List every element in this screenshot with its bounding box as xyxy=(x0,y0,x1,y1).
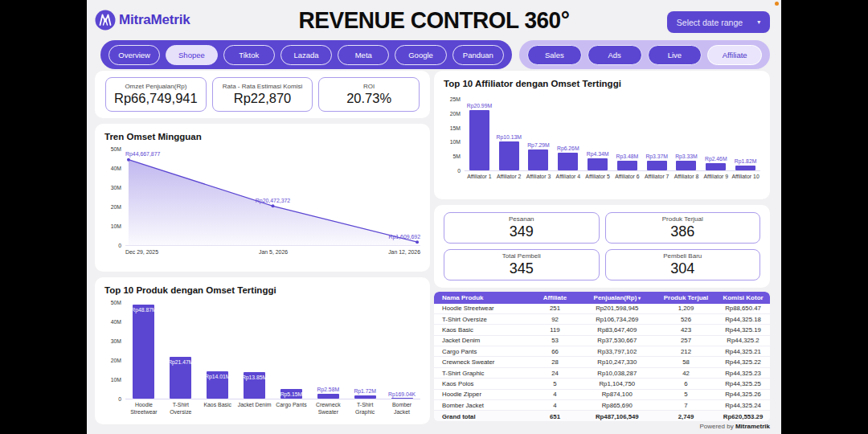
screen: MitraMetrik REVENUE CONTROL 360° Select … xyxy=(0,0,868,434)
column-header[interactable]: Nama Produk xyxy=(434,294,531,301)
bar-value-label: Rp48.87M xyxy=(122,307,166,313)
table-cell: 66 xyxy=(531,348,579,355)
table-row[interactable]: Cargo Pants66Rp33,797,102212Rp44,325.21 xyxy=(434,346,770,357)
brand-logo[interactable]: MitraMetrik xyxy=(95,10,190,31)
table-cell: Rp44,325.25 xyxy=(716,380,770,387)
tab-lazada[interactable]: Lazada xyxy=(280,45,332,65)
bar-slot: Rp2.46M xyxy=(701,100,731,170)
y-tick: 10M xyxy=(111,223,121,229)
table-row[interactable]: Kaos Polos5Rp1,104,7506Rp44,325.25 xyxy=(434,379,770,389)
tab-tiktok[interactable]: Tiktok xyxy=(223,45,275,65)
category-label: Affiliator 3 xyxy=(524,174,554,181)
table-row[interactable]: Hoodie Streetwear251Rp201,598,9451,209Rp… xyxy=(434,304,770,314)
kpi-card-roi: ROI 20.73% xyxy=(318,77,420,112)
table-cell: 212 xyxy=(656,348,716,355)
date-range-label: Select date range xyxy=(677,18,743,27)
kpi-label: Total Pembeli xyxy=(502,252,541,260)
table-cell: 651 xyxy=(531,413,579,420)
bar-slot: Rp4.34M xyxy=(583,100,612,170)
affiliator-plot: Rp20.99MRp10.13MRp7.29MRp6.26MRp4.34MRp3… xyxy=(465,100,760,171)
y-tick: 40M xyxy=(111,166,121,171)
chevron-down-icon: ▾ xyxy=(757,18,760,26)
tab-shopee[interactable]: Shopee xyxy=(166,45,217,65)
trend-y-axis: 50M40M30M20M10M0 xyxy=(104,149,125,246)
kpi-strip-left: Omzet Penjualan(Rp) Rp66,749,941 Rata - … xyxy=(95,71,430,118)
table-cell: Rp37,530,667 xyxy=(579,337,656,344)
bar[interactable] xyxy=(735,166,755,170)
tab-panduan[interactable]: Panduan xyxy=(452,45,504,65)
trend-chart-card: Tren Omset Mingguan 50M40M30M20M10M0 Rp4… xyxy=(95,124,430,272)
column-header[interactable]: Produk Terjual xyxy=(656,294,716,301)
table-cell: Rp44,325.21 xyxy=(716,348,770,355)
column-header[interactable]: Affiliate xyxy=(531,294,579,301)
bar-slot: Rp7.29M xyxy=(524,100,554,170)
tab-ads[interactable]: Ads xyxy=(588,45,642,65)
bar[interactable] xyxy=(558,153,578,170)
kpi-card-pembeli-baru: Pembeli Baru 304 xyxy=(605,249,761,280)
table-row[interactable]: Jacket Denim53Rp37,530,667257Rp44,325.2 xyxy=(434,336,770,346)
bar[interactable] xyxy=(528,149,548,170)
kpi-label: Pesanan xyxy=(509,215,534,223)
table-row[interactable]: Kaos Basic119Rp83,647,409423Rp44,325.19 xyxy=(434,325,770,335)
kpi-value: 386 xyxy=(670,223,694,240)
bar[interactable] xyxy=(647,161,667,170)
column-header[interactable]: Komisi Kotor xyxy=(716,294,770,301)
y-tick: 10M xyxy=(450,139,461,145)
category-label: Affiliator 8 xyxy=(672,174,702,181)
bar[interactable] xyxy=(354,395,376,399)
tab-google[interactable]: Google xyxy=(395,45,446,65)
category-label: HoodieStreetwear xyxy=(125,402,162,416)
table-cell: Rp44,325.26 xyxy=(716,391,770,398)
category-label: Kaos Basic xyxy=(199,402,236,416)
section-tabs: SalesAdsLiveAffiliate xyxy=(519,40,770,69)
product-x-axis: HoodieStreetwearT-ShirtOversizeKaos Basi… xyxy=(125,402,420,416)
y-tick: 20M xyxy=(450,111,461,117)
tab-affiliate[interactable]: Affiliate xyxy=(707,45,762,65)
affiliator-y-axis: 25M20M15M10M5M0 xyxy=(444,100,465,171)
bar[interactable] xyxy=(706,163,726,170)
table-cell: Rp487,106,549 xyxy=(579,413,656,420)
y-tick: 30M xyxy=(111,338,121,344)
kpi-value: 304 xyxy=(670,260,694,277)
column-header[interactable]: Penjualan(Rp) ▾ xyxy=(579,294,656,301)
category-label: Affiliator 5 xyxy=(583,174,612,181)
bar[interactable] xyxy=(469,110,489,170)
kpi-label: Pembeli Baru xyxy=(663,252,702,260)
table-cell: Rp44,325.23 xyxy=(716,370,770,377)
tab-live[interactable]: Live xyxy=(648,45,702,65)
tab-sales[interactable]: Sales xyxy=(527,45,582,65)
bar[interactable] xyxy=(499,141,519,170)
brand-name: MitraMetrik xyxy=(119,12,190,28)
table-row[interactable]: Crewneck Sweater28Rp10,247,33058Rp44,325… xyxy=(434,357,770,367)
bar-slot: Rp13.85M xyxy=(236,303,273,399)
table-row[interactable]: T-Shirt Graphic24Rp10,038,28742Rp44,325.… xyxy=(434,368,770,379)
affiliator-chart-card: Top 10 Affiliator dengan Omset Tertinggi… xyxy=(434,71,770,199)
bar[interactable] xyxy=(588,158,608,170)
table-row[interactable]: Hoodie Zipper4Rp874,1005Rp44,325.26 xyxy=(434,390,770,400)
y-tick: 0 xyxy=(457,168,461,174)
bar[interactable] xyxy=(617,161,637,170)
table-cell: 2,749 xyxy=(656,413,716,420)
table-cell: 119 xyxy=(531,326,579,334)
table-cell: Rp620,553.29 xyxy=(716,413,770,420)
kpi-value: Rp66,749,941 xyxy=(114,91,198,106)
category-label: BomberJacket xyxy=(383,402,420,416)
bar[interactable] xyxy=(676,161,696,170)
kpi-value: 349 xyxy=(510,223,534,240)
date-range-button[interactable]: Select date range ▾ xyxy=(667,11,770,33)
bar[interactable] xyxy=(391,398,413,399)
table-cell: Kaos Basic xyxy=(434,326,531,334)
bar[interactable] xyxy=(317,394,339,399)
table-cell: 257 xyxy=(656,337,716,344)
bar-slot: Rp3.37M xyxy=(642,100,672,170)
table-cell: Rp1,104,750 xyxy=(579,380,656,387)
trend-plot[interactable]: Rp44,667,877Rp20,472,372Rp1,609,692 xyxy=(125,149,420,246)
tab-overview[interactable]: Overview xyxy=(108,45,160,65)
table-row[interactable]: T-Shirt Oversize92Rp106,734,269526Rp44,3… xyxy=(434,314,770,325)
bar[interactable] xyxy=(133,305,154,399)
table-row[interactable]: Bomber Jacket4Rp865,6907Rp44,325.24 xyxy=(434,400,770,411)
category-label: Affiliator 2 xyxy=(494,174,524,181)
category-label: T-ShirtOversize xyxy=(162,402,199,416)
kpi-card-pesanan: Pesanan 349 xyxy=(444,212,600,244)
tab-meta[interactable]: Meta xyxy=(338,45,389,65)
